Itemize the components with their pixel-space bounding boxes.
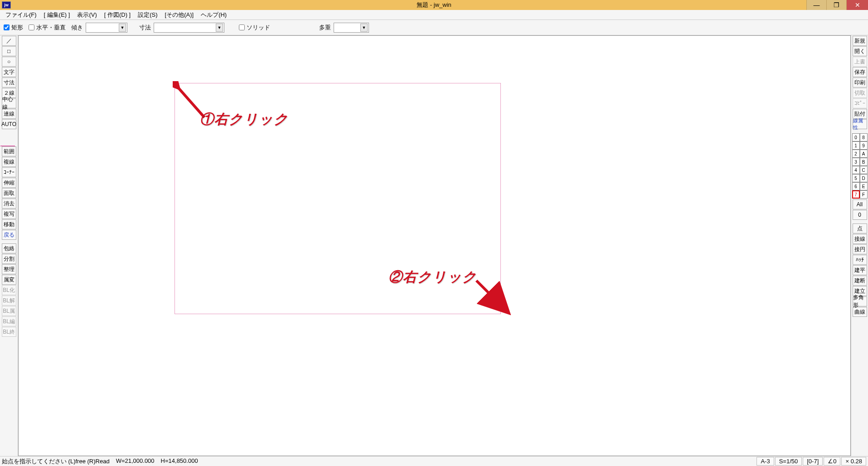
tool-cut[interactable]: 切取 bbox=[853, 88, 867, 98]
layer-4[interactable]: 4 bbox=[852, 166, 860, 174]
dim-label: 寸法 bbox=[139, 24, 151, 32]
tool-copy[interactable]: 複写 bbox=[2, 209, 16, 219]
tool-line[interactable]: ／ bbox=[2, 36, 16, 46]
layer-8[interactable]: 8 bbox=[860, 133, 868, 141]
window-title: 無題 - jw_win bbox=[417, 1, 451, 9]
status-height: H=14,850.000 bbox=[161, 457, 198, 466]
layer-6[interactable]: 6 bbox=[852, 182, 860, 190]
tool-divide[interactable]: 分割 bbox=[2, 254, 16, 264]
tool-polyline[interactable]: 連線 bbox=[2, 109, 16, 119]
menu-view[interactable]: 表示(V) bbox=[73, 10, 100, 20]
tool-tidy[interactable]: 整理 bbox=[2, 264, 16, 274]
menu-help[interactable]: ヘルプ(H) bbox=[197, 10, 230, 20]
tilt-input[interactable] bbox=[87, 24, 118, 31]
left-toolbar: ／ □ ○ 文字 寸法 ２線 中心線 連線 AUTO 範囲 複線 ｺｰﾅｰ 伸縮… bbox=[0, 35, 18, 456]
hv-check-label: 水平・垂直 bbox=[36, 24, 66, 32]
tool-range[interactable]: 範囲 bbox=[2, 146, 16, 156]
tool-point[interactable]: 点 bbox=[853, 223, 867, 233]
hv-checkbox[interactable]: 水平・垂直 bbox=[29, 24, 66, 32]
status-group[interactable]: [0-7] bbox=[803, 457, 823, 466]
layer-B[interactable]: B bbox=[860, 158, 868, 166]
layer-1[interactable]: 1 bbox=[852, 141, 860, 150]
solid-checkbox[interactable]: ソリッド bbox=[239, 24, 270, 32]
layer-C[interactable]: C bbox=[860, 166, 868, 174]
layer-A[interactable]: A bbox=[860, 150, 868, 158]
rect-checkbox[interactable]: 矩形 bbox=[4, 24, 23, 32]
tool-erase[interactable]: 消去 bbox=[2, 199, 16, 209]
status-paper[interactable]: A-3 bbox=[756, 457, 774, 466]
rect-check-label: 矩形 bbox=[11, 24, 23, 32]
menu-draw[interactable]: [ 作図(D) ] bbox=[101, 10, 135, 20]
multi-combo[interactable]: ▼ bbox=[334, 23, 369, 33]
tool-curve[interactable]: 曲線 bbox=[853, 307, 867, 317]
chevron-down-icon[interactable]: ▼ bbox=[360, 24, 368, 32]
rect-check-input[interactable] bbox=[4, 24, 10, 30]
tool-overwrite[interactable]: 上書 bbox=[853, 57, 867, 67]
tool-bl-make[interactable]: BL化 bbox=[2, 285, 16, 295]
statusbar: 始点を指示してください (L)free (R)Read W=21,000.000… bbox=[0, 456, 868, 466]
tool-corner[interactable]: ｺｰﾅｰ bbox=[2, 167, 16, 177]
tool-clipboard-copy[interactable]: ｺﾋﾟｰ bbox=[853, 98, 867, 108]
tool-centerline[interactable]: 中心線 bbox=[2, 98, 16, 108]
tool-text[interactable]: 文字 bbox=[2, 67, 16, 77]
dim-input[interactable] bbox=[155, 24, 215, 31]
tool-plan[interactable]: 建平 bbox=[853, 265, 867, 275]
tool-auto[interactable]: AUTO bbox=[2, 119, 16, 129]
tool-back[interactable]: 戻る bbox=[2, 230, 16, 240]
layer-E[interactable]: E bbox=[860, 182, 868, 190]
menu-file[interactable]: ファイル(F) bbox=[2, 10, 40, 20]
solid-check-input[interactable] bbox=[239, 24, 245, 30]
menu-other[interactable]: [その他(A)] bbox=[161, 10, 198, 20]
tool-bl-attr[interactable]: BL属 bbox=[2, 306, 16, 316]
layer-7[interactable]: 7 bbox=[852, 190, 860, 199]
tool-bl-break[interactable]: BL解 bbox=[2, 296, 16, 306]
tool-move[interactable]: 移動 bbox=[2, 219, 16, 229]
tool-save[interactable]: 保存 bbox=[853, 67, 867, 77]
layer-D[interactable]: D bbox=[860, 174, 868, 182]
hv-check-input[interactable] bbox=[29, 24, 34, 30]
tool-chamfer[interactable]: 面取 bbox=[2, 188, 16, 198]
multi-label: 多重 bbox=[319, 24, 331, 32]
tool-bl-edit[interactable]: BL編 bbox=[2, 316, 16, 326]
drawing-canvas[interactable]: ①右クリック ②右クリック bbox=[18, 35, 851, 456]
layer-all[interactable]: All bbox=[853, 199, 867, 209]
layer-3[interactable]: 3 bbox=[852, 158, 860, 166]
tool-lineattr[interactable]: 線属性 bbox=[853, 119, 867, 129]
tool-enclose[interactable]: 包絡 bbox=[2, 243, 16, 253]
tool-stretch[interactable]: 伸縮 bbox=[2, 178, 16, 188]
tool-tangent[interactable]: 接線 bbox=[853, 234, 867, 244]
tool-dim[interactable]: 寸法 bbox=[2, 78, 16, 87]
layer-zero[interactable]: 0 bbox=[853, 210, 867, 220]
maximize-button[interactable]: ❐ bbox=[826, 0, 846, 10]
tool-tcircle[interactable]: 接円 bbox=[853, 244, 867, 254]
tool-attrib[interactable]: 属変 bbox=[2, 275, 16, 285]
layer-F[interactable]: F bbox=[860, 190, 868, 199]
close-button[interactable]: ✕ bbox=[846, 0, 868, 10]
tilt-combo[interactable]: ▼ bbox=[86, 23, 127, 33]
menu-settings[interactable]: 設定(S) bbox=[134, 10, 161, 20]
dim-combo[interactable]: ▼ bbox=[154, 23, 224, 33]
layer-9[interactable]: 9 bbox=[860, 141, 868, 150]
menu-edit[interactable]: [ 編集(E) ] bbox=[40, 10, 74, 20]
layer-2[interactable]: 2 bbox=[852, 150, 860, 158]
minimize-button[interactable]: — bbox=[806, 0, 826, 10]
status-angle[interactable]: ∠0 bbox=[824, 457, 840, 466]
layer-5[interactable]: 5 bbox=[852, 174, 860, 182]
tool-new[interactable]: 新規 bbox=[853, 36, 867, 46]
chevron-down-icon[interactable]: ▼ bbox=[216, 24, 223, 32]
status-scale[interactable]: S=1/50 bbox=[775, 457, 802, 466]
tool-polygon[interactable]: 多角形 bbox=[853, 296, 867, 306]
layer-grid: 08 19 2A 3B 4C 5D 6E 7F bbox=[852, 133, 868, 199]
status-zoom[interactable]: × 0.28 bbox=[841, 457, 866, 466]
multi-input[interactable] bbox=[335, 24, 359, 31]
tool-print[interactable]: 印刷 bbox=[853, 78, 867, 87]
tool-hatch[interactable]: ﾊｯﾁ bbox=[853, 255, 867, 265]
chevron-down-icon[interactable]: ▼ bbox=[119, 24, 126, 32]
tool-dupline[interactable]: 複線 bbox=[2, 157, 16, 167]
tool-circle[interactable]: ○ bbox=[2, 57, 16, 67]
layer-0[interactable]: 0 bbox=[852, 133, 860, 141]
tool-open[interactable]: 開く bbox=[853, 46, 867, 56]
tool-bl-end[interactable]: BL終 bbox=[2, 327, 16, 337]
tool-section[interactable]: 建断 bbox=[853, 276, 867, 286]
tool-rect[interactable]: □ bbox=[2, 46, 16, 56]
